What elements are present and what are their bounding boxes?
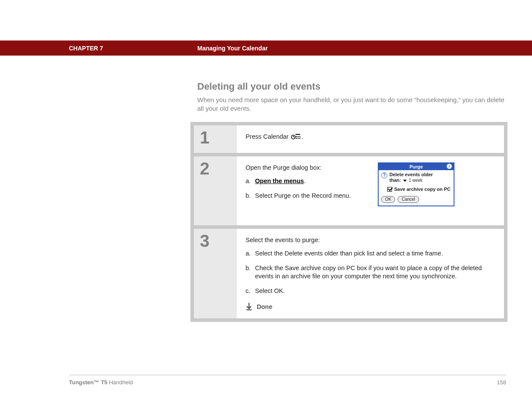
step-text-after: . [302,133,303,140]
svg-point-6 [299,136,301,137]
item-text: Select Purge on the Record menu. [255,192,362,200]
dialog-buttons: OK Cancel [379,194,454,206]
step-row: 3 Select the events to purge: a. Select … [194,229,504,318]
page-number: 158 [497,379,506,386]
dialog-checkbox-row: Save archive copy on PC [387,187,451,192]
item-letter: b. [246,192,255,200]
list-item: b. Check the Save archive copy on PC box… [246,264,495,281]
chapter-label: CHAPTER 7 [69,45,103,52]
item-text: Open the menus. [255,177,362,186]
dialog-title: Purge [409,164,423,169]
item-letter: a. [246,249,255,258]
intro-text: When you need more space on your handhel… [197,96,507,113]
checkbox-label: Save archive copy on PC [394,187,451,192]
step-number: 1 [194,125,237,153]
step-row: 2 Open the Purge dialog box: a. Open the… [194,156,504,225]
list-item: c. Select OK. [246,287,495,296]
svg-point-8 [298,137,299,139]
svg-point-5 [298,136,299,137]
question-icon: ? [381,172,387,178]
sub-list: a. Select the Delete events older than p… [246,249,495,295]
item-text: Select OK. [255,287,495,296]
item-letter: c. [246,287,255,296]
step-number: 3 [194,229,237,318]
dialog-content: ? Delete events older than: 1 week Save … [379,170,454,194]
open-menus-link[interactable]: Open the menus [255,177,304,184]
page-footer: Tungsten™ T5 Handheld 158 [69,379,506,386]
item-letter: a. [246,177,255,186]
done-label: Done [257,303,272,310]
footer-divider [69,375,506,375]
info-icon: i [447,164,452,169]
calendar-icon [291,134,301,141]
item-text: Check the Save archive copy on PC box if… [255,264,495,281]
main-content: Deleting all your old events When you ne… [197,81,507,113]
done-arrow-icon [246,303,252,311]
step-body: Select the events to purge: a. Select th… [237,229,504,318]
svg-rect-0 [296,134,300,135]
step-body: Press Calendar . [237,125,504,153]
product-name: Tungsten™ T5 Handheld [69,379,133,386]
done-indicator: Done [246,303,495,311]
chapter-title: Managing Your Calendar [197,45,268,52]
dialog-row: ? Delete events older than: 1 week [381,172,451,183]
item-text: Select the Delete events older than pick… [255,249,495,258]
step-lead: Select the events to purge: [246,237,495,243]
checkbox-icon [387,187,392,192]
svg-point-9 [299,137,301,139]
step-row: 1 Press Calendar . [194,125,504,153]
list-item: b. Select Purge on the Record menu. [246,192,362,200]
step-text: Press Calendar [246,133,290,140]
list-item: a. Select the Delete events older than p… [246,249,495,258]
page-heading: Deleting all your old events [197,81,507,92]
svg-point-7 [296,137,297,139]
purge-dialog-illustration: Purge i ? Delete events older than: 1 we… [378,162,454,206]
cancel-button: Cancel [398,196,419,203]
item-letter: b. [246,264,255,281]
step-lead: Open the Purge dialog box: [246,164,495,171]
ok-button: OK [381,196,395,203]
step-number: 2 [194,156,237,225]
dialog-text: Delete events older than: 1 week [389,172,433,183]
step-body: Open the Purge dialog box: a. Open the m… [237,156,504,225]
chapter-header: CHAPTER 7 Managing Your Calendar [0,40,532,56]
sub-list: a. Open the menus. b. Select Purge on th… [246,177,362,200]
dialog-titlebar: Purge i [379,163,454,170]
steps-container: 1 Press Calendar . 2 Open the Purge dial… [190,122,507,322]
dropdown-icon [403,180,407,182]
list-item: a. Open the menus. [246,177,362,186]
svg-point-4 [296,136,297,137]
